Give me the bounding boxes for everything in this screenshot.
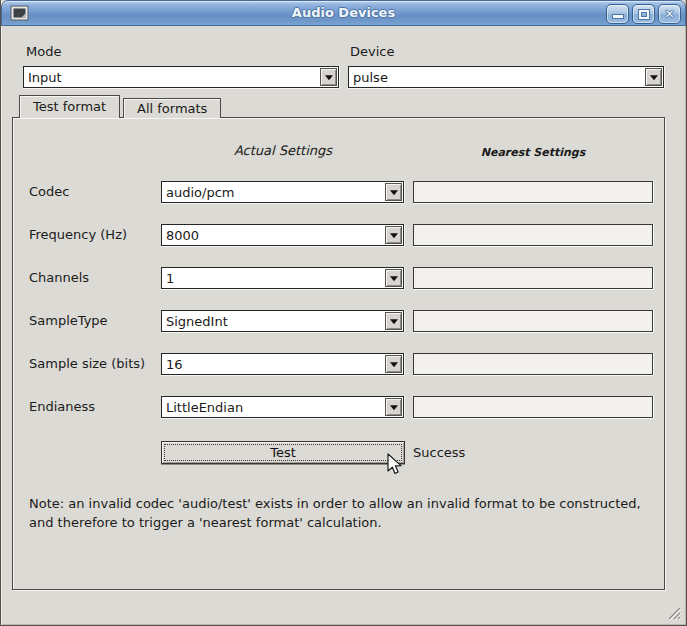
frequency-combobox-value: 8000 [166, 227, 199, 244]
device-combobox[interactable]: pulse [348, 66, 664, 88]
maximize-icon [639, 10, 649, 19]
actual-settings-header: Actual Settings [161, 143, 405, 158]
sample-size-combobox-value: 16 [166, 356, 183, 373]
chevron-down-icon [325, 75, 333, 80]
frequency-dropdown-button[interactable] [385, 226, 402, 244]
device-combobox-value: pulse [353, 69, 388, 86]
endianess-combobox-value: LittleEndian [166, 399, 243, 416]
codec-dropdown-button[interactable] [385, 183, 402, 201]
channels-combobox[interactable]: 1 [161, 267, 404, 289]
endianess-dropdown-button[interactable] [385, 398, 402, 416]
sampletype-combobox[interactable]: SignedInt [161, 310, 404, 332]
note-line-1: Note: an invalid codec 'audio/test' exis… [29, 494, 669, 513]
frequency-nearest-field [413, 224, 653, 246]
sample-size-combobox[interactable]: 16 [161, 353, 404, 375]
sample-size-nearest-field [413, 353, 653, 375]
maximize-button[interactable] [632, 4, 655, 24]
sampletype-nearest-field [413, 310, 653, 332]
endianess-nearest-field [413, 396, 653, 418]
titlebar[interactable]: Audio Devices ✕ [1, 0, 686, 26]
codec-nearest-field [413, 181, 653, 203]
codec-label: Codec [29, 184, 69, 199]
sampletype-dropdown-button[interactable] [385, 312, 402, 330]
frequency-combobox[interactable]: 8000 [161, 224, 404, 246]
tab-all-formats[interactable]: All formats [123, 98, 221, 118]
note-line-2: and therefore to trigger a 'nearest form… [29, 513, 669, 532]
sampletype-combobox-value: SignedInt [166, 313, 228, 330]
endianess-label: Endianess [29, 399, 95, 414]
audio-devices-window: Audio Devices ✕ Mode Input Device pulse … [0, 0, 687, 626]
nearest-settings-header: Nearest Settings [413, 146, 653, 159]
chevron-down-icon [390, 276, 398, 281]
mouse-cursor-icon [384, 452, 404, 479]
codec-combobox-value: audio/pcm [166, 184, 234, 201]
tab-test-format[interactable]: Test format [19, 95, 120, 118]
resize-grip[interactable] [666, 605, 682, 621]
minimize-button[interactable] [606, 4, 629, 24]
chevron-down-icon [390, 362, 398, 367]
channels-label: Channels [29, 270, 89, 285]
codec-combobox[interactable]: audio/pcm [161, 181, 404, 203]
note-text: Note: an invalid codec 'audio/test' exis… [29, 494, 669, 532]
sample-size-dropdown-button[interactable] [385, 355, 402, 373]
chevron-down-icon [650, 75, 658, 80]
mode-label: Mode [26, 44, 61, 59]
device-label: Device [350, 44, 394, 59]
channels-combobox-value: 1 [166, 270, 174, 287]
test-button[interactable]: Test [161, 441, 405, 464]
close-icon: ✕ [659, 7, 680, 21]
minimize-icon [613, 15, 623, 18]
frequency-label: Frequency (Hz) [29, 227, 127, 242]
close-button[interactable]: ✕ [658, 4, 681, 24]
mode-combobox-value: Input [28, 69, 62, 86]
channels-dropdown-button[interactable] [385, 269, 402, 287]
device-dropdown-button[interactable] [645, 68, 662, 86]
mode-dropdown-button[interactable] [320, 68, 337, 86]
channels-nearest-field [413, 267, 653, 289]
chevron-down-icon [390, 233, 398, 238]
sample-size-label: Sample size (bits) [29, 356, 145, 371]
status-text: Success [413, 445, 465, 460]
window-title: Audio Devices [2, 5, 685, 20]
chevron-down-icon [390, 405, 398, 410]
chevron-down-icon [390, 319, 398, 324]
endianess-combobox[interactable]: LittleEndian [161, 396, 404, 418]
sampletype-label: SampleType [29, 313, 108, 328]
mode-combobox[interactable]: Input [23, 66, 339, 88]
chevron-down-icon [390, 190, 398, 195]
